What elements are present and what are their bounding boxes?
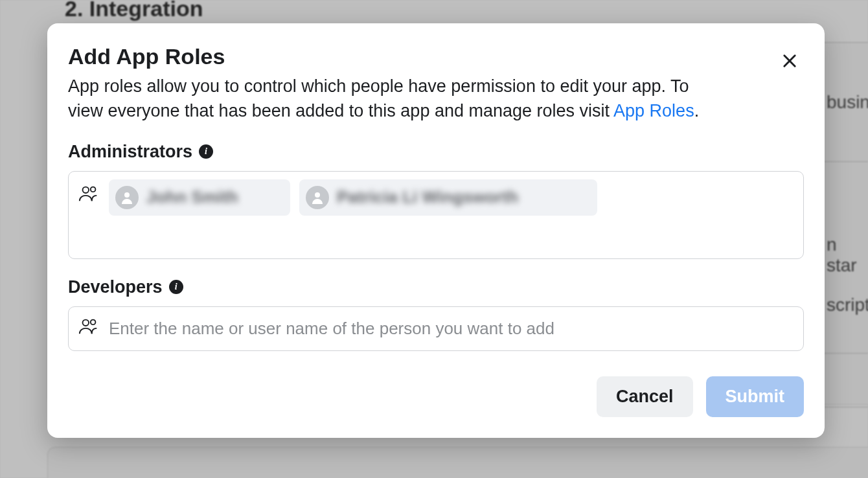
svg-point-5: [315, 192, 320, 198]
close-button[interactable]: [775, 47, 804, 78]
modal-footer: Cancel Submit: [68, 363, 804, 417]
developers-field[interactable]: [68, 306, 804, 351]
administrators-section: Administrators i John Smith: [68, 142, 804, 259]
cancel-button[interactable]: Cancel: [597, 376, 693, 417]
people-icon: [78, 317, 100, 338]
avatar-icon: [115, 186, 139, 209]
developers-section: Developers i: [68, 277, 804, 351]
add-app-roles-modal: Add App Roles App roles allow you to con…: [47, 23, 825, 438]
developers-label: Developers: [68, 277, 163, 297]
admin-chip-name: Patricia Li Wingsworth: [337, 187, 518, 207]
submit-button[interactable]: Submit: [706, 376, 805, 417]
svg-point-6: [83, 319, 89, 325]
info-icon[interactable]: i: [199, 144, 213, 159]
modal-subtitle: App roles allow you to control which peo…: [68, 74, 722, 124]
svg-point-3: [91, 187, 96, 192]
developers-input[interactable]: [109, 315, 794, 343]
close-icon: [781, 51, 799, 74]
info-icon[interactable]: i: [169, 280, 183, 294]
admin-chip-name: John Smith: [146, 187, 238, 207]
admin-chip[interactable]: John Smith: [109, 179, 290, 216]
app-roles-link[interactable]: App Roles: [613, 101, 694, 120]
modal-subtitle-suffix: .: [694, 101, 700, 120]
svg-point-2: [83, 187, 89, 192]
admin-chip[interactable]: Patricia Li Wingsworth: [299, 179, 597, 216]
administrators-field[interactable]: John Smith Patricia Li Wingsworth: [68, 171, 804, 259]
avatar-icon: [306, 186, 329, 209]
modal-subtitle-text: App roles allow you to control which peo…: [68, 76, 689, 120]
svg-point-7: [91, 319, 96, 324]
svg-point-4: [124, 192, 130, 198]
administrators-label: Administrators: [68, 142, 192, 162]
people-icon: [78, 185, 100, 205]
modal-title: Add App Roles: [68, 44, 722, 69]
